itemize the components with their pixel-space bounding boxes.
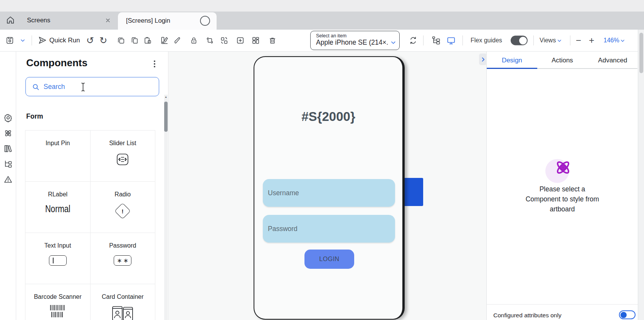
tab-advanced[interactable]: Advanced bbox=[587, 52, 638, 68]
component-label: RLabel bbox=[25, 191, 90, 198]
save-chevron-down-icon[interactable] bbox=[20, 38, 25, 43]
device-select[interactable]: Select an item Apple iPhone SE (214×... bbox=[310, 31, 400, 50]
settings-icon[interactable] bbox=[3, 113, 13, 122]
zoom-out-icon[interactable]: − bbox=[576, 37, 581, 44]
delete-icon[interactable] bbox=[268, 36, 277, 45]
radio-diamond-icon: ! bbox=[114, 203, 131, 219]
flex-guides-toggle[interactable] bbox=[511, 36, 528, 45]
sync-icon[interactable] bbox=[409, 36, 418, 45]
close-icon[interactable] bbox=[105, 17, 111, 23]
brush-icon[interactable] bbox=[173, 36, 182, 45]
redo-icon[interactable]: ↻ bbox=[99, 36, 107, 45]
components-scrollbar[interactable]: ▲ bbox=[164, 95, 168, 320]
hierarchy-icon[interactable] bbox=[3, 159, 13, 169]
chevron-down-icon bbox=[390, 40, 396, 45]
empty-state-message: Please select a Component to style from … bbox=[487, 184, 638, 214]
footer-divider bbox=[487, 304, 638, 305]
components-atom-icon[interactable] bbox=[3, 129, 13, 138]
divider bbox=[570, 35, 570, 45]
group-icon[interactable] bbox=[205, 36, 214, 45]
component-item-card-container[interactable]: Card Container bbox=[91, 284, 156, 320]
text-cursor-icon bbox=[81, 82, 86, 92]
screen-title[interactable]: #S{2000} bbox=[254, 109, 402, 124]
quick-run-button[interactable]: Quick Run bbox=[49, 37, 80, 44]
component-label: Password bbox=[91, 242, 155, 249]
slider-list-icon bbox=[91, 152, 155, 167]
username-field[interactable]: Username bbox=[263, 179, 395, 207]
properties-panel: Design Actions Advanced Please select a … bbox=[486, 52, 638, 320]
add-frame-icon[interactable] bbox=[236, 36, 245, 45]
rlabel-preview-text: Normal bbox=[45, 203, 70, 215]
tab-screens-login[interactable]: [Screens] Login bbox=[118, 12, 217, 30]
section-title-form: Form bbox=[26, 112, 43, 121]
text-input-icon bbox=[49, 255, 67, 266]
window-scrollbar[interactable] bbox=[638, 30, 644, 320]
quick-run-icon[interactable] bbox=[38, 36, 47, 45]
empty-state-line: Please select a bbox=[487, 184, 638, 194]
chevron-right-icon bbox=[480, 57, 486, 62]
chevron-down-icon bbox=[620, 38, 625, 43]
phone-artboard[interactable]: #S{2000} Username Password LOGIN bbox=[254, 56, 405, 320]
password-icon: ∗∗ bbox=[114, 255, 131, 266]
zoom-in-icon[interactable]: + bbox=[589, 37, 594, 44]
layout-grid-icon[interactable] bbox=[251, 36, 260, 45]
save-icon[interactable] bbox=[5, 36, 14, 45]
lock-icon[interactable] bbox=[190, 36, 198, 45]
component-item-barcode-scanner[interactable]: Barcode Scanner bbox=[25, 284, 91, 320]
password-field[interactable]: Password bbox=[263, 215, 395, 243]
zoom-level-dropdown[interactable]: 146% bbox=[604, 37, 625, 44]
tab-actions[interactable]: Actions bbox=[537, 52, 588, 68]
left-rail bbox=[0, 52, 16, 320]
undo-icon[interactable]: ↺ bbox=[86, 36, 94, 45]
ungroup-icon[interactable] bbox=[220, 36, 229, 45]
divider bbox=[533, 35, 534, 45]
toolbar: Quick Run ↺ ↻ Select an item Apple iPhon… bbox=[0, 30, 644, 52]
panel-expand-button[interactable] bbox=[479, 54, 487, 65]
theme-icon[interactable] bbox=[160, 36, 169, 45]
card-container-icon bbox=[91, 304, 155, 320]
component-label: Card Container bbox=[91, 293, 155, 300]
component-item-rlabel[interactable]: RLabel Normal bbox=[25, 182, 91, 233]
views-dropdown[interactable]: Views bbox=[540, 37, 562, 44]
component-item-password[interactable]: Password ∗∗ bbox=[91, 233, 156, 284]
divider bbox=[423, 35, 424, 45]
empty-state-line: Component to style from bbox=[487, 194, 638, 204]
component-item-input-pin[interactable]: Input Pin bbox=[25, 131, 91, 182]
tab-design[interactable]: Design bbox=[487, 52, 537, 68]
warnings-icon[interactable] bbox=[3, 175, 13, 184]
search-input[interactable] bbox=[44, 77, 140, 96]
component-search[interactable] bbox=[25, 77, 159, 96]
barcode-icon bbox=[25, 305, 90, 318]
flex-guides-label: Flex guides bbox=[471, 37, 502, 44]
window-scrollbar-thumb[interactable] bbox=[639, 33, 643, 73]
component-label: Input Pin bbox=[25, 140, 90, 147]
home-icon[interactable] bbox=[5, 15, 15, 25]
tab-underline-track bbox=[537, 68, 637, 69]
scrollbar-thumb[interactable] bbox=[164, 102, 168, 132]
component-item-radio[interactable]: Radio ! bbox=[91, 182, 156, 233]
kebab-menu-icon[interactable] bbox=[151, 59, 158, 69]
preview-monitor-icon[interactable] bbox=[446, 36, 456, 45]
component-item-slider-list[interactable]: Slider List bbox=[91, 131, 156, 182]
components-panel: Components Form Input Pin Slider List RL… bbox=[16, 52, 168, 320]
component-grid: Input Pin Slider List RLabel Normal Radi… bbox=[25, 130, 155, 320]
paste-icon[interactable] bbox=[143, 36, 152, 45]
login-button[interactable]: LOGIN bbox=[304, 250, 354, 269]
component-label: Text Input bbox=[25, 242, 90, 249]
tab-status-circle-icon bbox=[200, 16, 210, 26]
copy-icon[interactable] bbox=[117, 36, 125, 45]
component-item-text-input[interactable]: Text Input bbox=[25, 233, 91, 284]
tree-view-icon[interactable] bbox=[432, 36, 441, 45]
tab-screens[interactable]: Screens bbox=[27, 17, 50, 24]
library-icon[interactable] bbox=[3, 144, 13, 153]
component-label: Radio bbox=[91, 191, 155, 198]
zoom-level: 146% bbox=[604, 37, 619, 44]
device-select-label: Select an item bbox=[316, 33, 395, 39]
toggle-knob bbox=[519, 37, 527, 44]
configured-attributes-toggle[interactable] bbox=[619, 310, 636, 319]
component-label: Slider List bbox=[91, 140, 155, 147]
duplicate-icon[interactable] bbox=[130, 36, 139, 45]
views-label: Views bbox=[540, 37, 556, 44]
scrollbar-up-arrow[interactable]: ▲ bbox=[164, 95, 168, 98]
components-panel-title: Components bbox=[26, 57, 87, 69]
